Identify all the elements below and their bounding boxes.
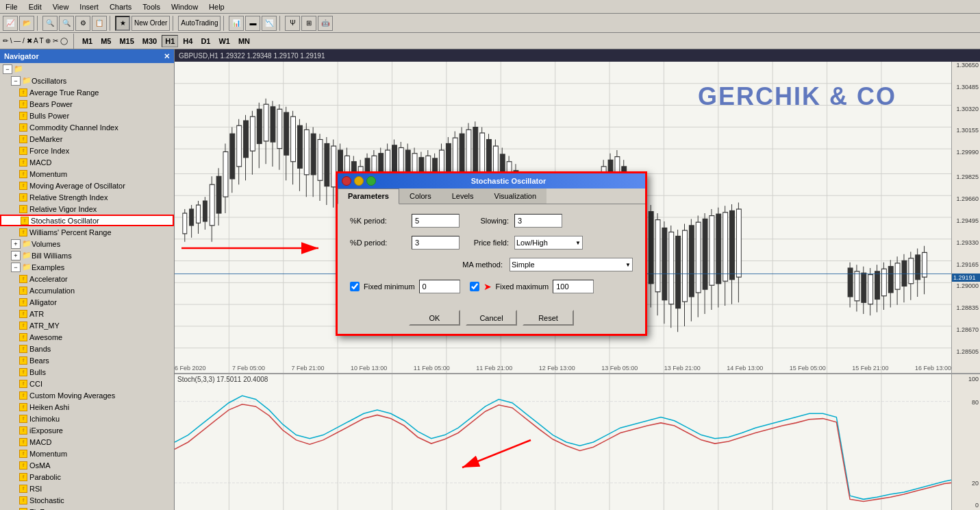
ex-accumulation[interactable]: f Accumulation	[0, 284, 174, 296]
fixed-max-input[interactable]	[553, 280, 594, 293]
tf-m30[interactable]: M30	[139, 35, 160, 47]
zoom-out-btn[interactable]: 🔍	[59, 16, 74, 31]
ex-stochastic[interactable]: f Stochastic	[0, 494, 174, 506]
item-mao[interactable]: f Moving Average of Oscillator	[0, 180, 174, 191]
tree-root[interactable]: − 📁	[0, 63, 174, 75]
tab-colors[interactable]: Colors	[399, 189, 442, 204]
chart-type-btn[interactable]: 📊	[229, 16, 244, 31]
oscillators-group[interactable]: − 📁 Oscillators	[0, 75, 174, 86]
ex-ichimoku[interactable]: f Ichimoku	[0, 413, 174, 424]
tf-w1[interactable]: W1	[215, 35, 234, 47]
tab-levels[interactable]: Levels	[442, 189, 484, 204]
root-expand[interactable]: −	[3, 64, 12, 74]
autotrading-btn[interactable]: AutoTrading	[178, 16, 221, 31]
ma-method-select[interactable]: Simple Exponential Smoothed Linear Weigh…	[510, 258, 633, 271]
item-bulls-power[interactable]: f Bulls Power	[0, 110, 174, 121]
ex-macd[interactable]: f MACD	[0, 436, 174, 448]
tf-m5[interactable]: M5	[97, 35, 114, 47]
expert-btn[interactable]: 🤖	[318, 16, 333, 31]
item-bears-power[interactable]: f Bears Power	[0, 98, 174, 110]
ex-atr-my[interactable]: f ATR_MY	[0, 319, 174, 331]
ex-heiken-ashi[interactable]: f Heiken Ashi	[0, 401, 174, 413]
fixed-min-checkbox[interactable]	[350, 282, 360, 291]
ex-parabolic[interactable]: f Parabolic	[0, 471, 174, 483]
ex-bears[interactable]: f Bears	[0, 354, 174, 366]
examples-expand[interactable]: −	[11, 263, 21, 272]
item-demarker[interactable]: f DeMarker	[0, 133, 174, 145]
ex-iexposure[interactable]: f iExposure	[0, 424, 174, 436]
ex-awesome[interactable]: f Awesome	[0, 331, 174, 343]
menu-edit[interactable]: Edit	[23, 1, 47, 12]
volumes-group[interactable]: + 📁 Volumes	[0, 238, 174, 250]
bill-williams-group[interactable]: + 📁 Bill Williams	[0, 250, 174, 261]
tf-m15[interactable]: M15	[116, 35, 137, 47]
dialog-close-btn[interactable]	[342, 176, 351, 186]
slowing-input[interactable]	[514, 214, 562, 228]
menu-tools[interactable]: Tools	[137, 1, 166, 12]
d-period-input[interactable]	[412, 236, 460, 250]
ex-alligator[interactable]: f Alligator	[0, 296, 174, 308]
menu-window[interactable]: Window	[166, 1, 203, 12]
template-btn[interactable]: 📋	[92, 16, 107, 31]
menu-file[interactable]: File	[0, 1, 23, 12]
bw-expand[interactable]: +	[11, 251, 21, 260]
menu-charts[interactable]: Charts	[104, 1, 137, 12]
volumes-expand[interactable]: +	[11, 239, 21, 249]
tf-h1[interactable]: H1	[162, 35, 178, 47]
ex-bulls[interactable]: f Bulls	[0, 366, 174, 378]
dialog-min-btn[interactable]	[354, 176, 364, 186]
price-field-select[interactable]: Low/High Close/Close	[514, 236, 583, 250]
examples-group[interactable]: − 📁 Examples	[0, 261, 174, 273]
ex-bands[interactable]: f Bands	[0, 343, 174, 354]
item-force-index[interactable]: f Force Index	[0, 145, 174, 156]
bar-chart-btn[interactable]: ▬	[245, 16, 260, 31]
dialog-max-btn[interactable]	[366, 176, 376, 186]
menu-insert[interactable]: Insert	[74, 1, 104, 12]
tf-h4[interactable]: H4	[179, 35, 196, 47]
bulls-power-label: Bulls Power	[29, 112, 69, 120]
zoom-in-btn[interactable]: 🔍	[42, 16, 58, 31]
item-rvi[interactable]: f Relative Vigor Index	[0, 203, 174, 215]
periods-btn[interactable]: ⊞	[301, 16, 316, 31]
item-stochastic-oscillator[interactable]: f Stochastic Oscillator	[0, 215, 174, 226]
tf-d1[interactable]: D1	[197, 35, 214, 47]
menu-view[interactable]: View	[47, 1, 75, 12]
navigator-body[interactable]: − 📁 − 📁 Oscillators f Average True Range…	[0, 63, 174, 510]
ex-cci[interactable]: f CCI	[0, 378, 174, 389]
item-atr[interactable]: f Average True Range	[0, 86, 174, 98]
new-order-btn[interactable]: New Order	[131, 16, 170, 31]
ex-atr[interactable]: f ATR	[0, 308, 174, 319]
ex-zigzag[interactable]: f ZigZag	[0, 506, 174, 510]
ex-custom-ma[interactable]: f Custom Moving Averages	[0, 389, 174, 401]
open-btn[interactable]: 📂	[19, 16, 34, 31]
fixed-max-checkbox[interactable]	[470, 282, 479, 291]
current-btn[interactable]: ★	[115, 16, 130, 31]
ex-rsi[interactable]: f RSI	[0, 483, 174, 494]
item-macd[interactable]: f MACD	[0, 156, 174, 168]
tf-mn[interactable]: MN	[235, 35, 253, 47]
ex-osma[interactable]: f OsMA	[0, 459, 174, 471]
tab-parameters[interactable]: Parameters	[338, 189, 399, 204]
tab-visualization[interactable]: Visualization	[484, 189, 547, 204]
item-cci[interactable]: f Commodity Channel Index	[0, 121, 174, 133]
stoch-canvas[interactable]	[175, 374, 951, 510]
navigator-close[interactable]: ✕	[164, 52, 170, 61]
cancel-button[interactable]: Cancel	[466, 310, 517, 326]
item-momentum[interactable]: f Momentum	[0, 168, 174, 180]
tf-m1[interactable]: M1	[79, 35, 96, 47]
ex-momentum[interactable]: f Momentum	[0, 448, 174, 459]
reset-button[interactable]: Reset	[523, 310, 574, 326]
item-rsi[interactable]: f Relative Strength Index	[0, 191, 174, 203]
menu-help[interactable]: Help	[203, 1, 230, 12]
line-chart-btn[interactable]: 📉	[262, 16, 277, 31]
indicators-btn[interactable]: Ψ	[285, 16, 300, 31]
properties-btn[interactable]: ⚙	[75, 16, 90, 31]
ok-button[interactable]: OK	[409, 310, 460, 326]
ex-accelerator[interactable]: f Accelerator	[0, 273, 174, 284]
item-wpr[interactable]: f Williams' Percent Range	[0, 226, 174, 238]
oscillators-expand[interactable]: −	[11, 76, 21, 86]
new-chart-btn[interactable]: 📈	[3, 16, 18, 31]
fixed-min-input[interactable]	[419, 280, 460, 293]
k-period-input[interactable]	[412, 214, 460, 228]
stochastic-panel[interactable]: Stoch(5,3,3) 17.5011 20.4008	[175, 373, 980, 510]
